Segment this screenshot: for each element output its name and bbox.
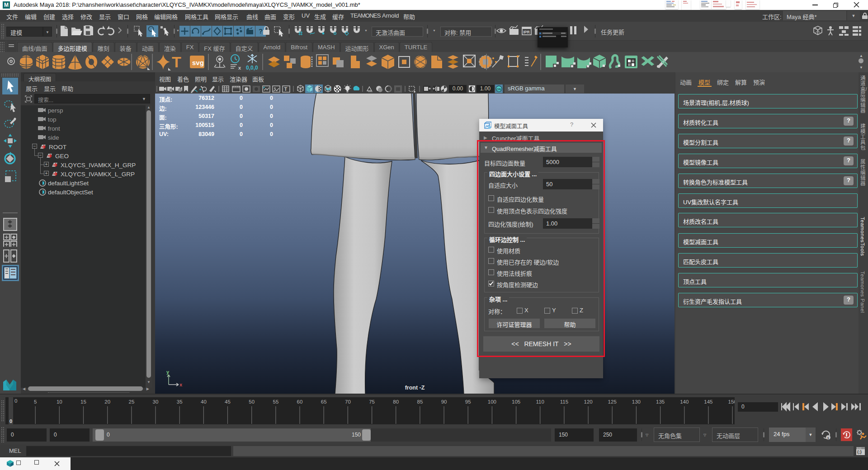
svg-text:75: 75	[369, 399, 375, 404]
svg-text:105: 105	[512, 399, 520, 404]
svg-text:T: T	[172, 53, 181, 70]
svg-text:115: 115	[560, 399, 568, 404]
svg-text:30: 30	[153, 399, 159, 404]
svg-text:55: 55	[273, 399, 279, 404]
svg-text:svg: svg	[192, 59, 204, 66]
svg-text:15: 15	[80, 399, 86, 404]
svg-text:40: 40	[201, 399, 207, 404]
svg-text:130: 130	[632, 399, 641, 404]
svg-text:ON: ON	[497, 88, 501, 91]
svg-text:125: 125	[608, 399, 617, 404]
svg-text:145: 145	[704, 399, 712, 404]
svg-text:90: 90	[441, 399, 447, 404]
svg-text:y: y	[166, 370, 170, 375]
svg-text:100: 100	[488, 399, 496, 404]
svg-text:80: 80	[393, 399, 399, 404]
svg-text:20: 20	[104, 399, 110, 404]
svg-text:45: 45	[225, 399, 231, 404]
svg-text:5: 5	[34, 399, 37, 404]
svg-text:10: 10	[57, 399, 62, 404]
svg-text:25: 25	[129, 399, 135, 404]
svg-text:135: 135	[656, 399, 665, 404]
svg-text:110: 110	[536, 399, 544, 404]
svg-text:35: 35	[177, 399, 183, 404]
svg-text:60: 60	[297, 399, 303, 404]
svg-text:IPR: IPR	[524, 30, 530, 34]
svg-text:140: 140	[680, 399, 689, 404]
svg-text:T: T	[284, 86, 288, 92]
svg-text:65: 65	[321, 399, 327, 404]
svg-text:120: 120	[584, 399, 593, 404]
svg-text:x: x	[238, 65, 241, 70]
svg-text:50: 50	[249, 399, 255, 404]
svg-text:{;}: {;}	[857, 450, 862, 454]
svg-text:95: 95	[465, 399, 471, 404]
svg-text:70: 70	[345, 399, 351, 404]
svg-text:150: 150	[728, 399, 735, 404]
svg-text:1: 1	[827, 436, 830, 440]
svg-text:0,0,0: 0,0,0	[246, 65, 258, 71]
svg-text:85: 85	[417, 399, 423, 404]
